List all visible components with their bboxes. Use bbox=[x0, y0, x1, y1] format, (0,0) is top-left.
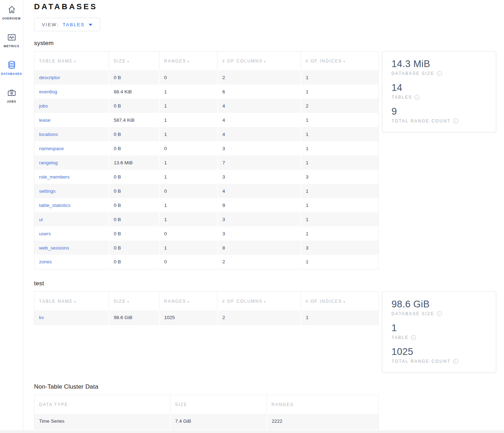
table-name-link[interactable]: ui bbox=[39, 217, 43, 222]
info-icon[interactable]: i bbox=[453, 359, 458, 364]
column-header[interactable]: SIZE▾ bbox=[109, 51, 159, 71]
table-cell: 0 B bbox=[109, 198, 159, 212]
view-dropdown[interactable]: VIEW: TABLES bbox=[34, 18, 100, 31]
database-summary-card: 98.6 GiBDATABASE SIZEi1TABLEi1025TOTAL R… bbox=[382, 291, 496, 373]
table-cell: 1 bbox=[301, 184, 379, 198]
non-table-section: Non-Table Cluster Data DATA TYPESIZERANG… bbox=[34, 383, 504, 429]
view-dropdown-label: VIEW: bbox=[42, 22, 59, 27]
summary-stat: 98.6 GiBDATABASE SIZEi bbox=[391, 299, 487, 316]
summary-stat: 14TABLESi bbox=[391, 82, 487, 100]
info-icon[interactable]: i bbox=[411, 335, 416, 340]
column-header[interactable]: # OF COLUMNS▾ bbox=[218, 51, 301, 71]
table-name-link[interactable]: table_statistics bbox=[39, 203, 71, 208]
table-cell: jobs bbox=[34, 99, 109, 113]
table-cell: users bbox=[34, 226, 109, 241]
sort-arrow-icon: ▾ bbox=[264, 60, 266, 63]
table-name-link[interactable]: descriptor bbox=[39, 75, 60, 80]
sidebar-item-databases[interactable]: DATABASES bbox=[0, 58, 23, 77]
table-name-link[interactable]: rangelog bbox=[39, 160, 58, 165]
table-row: lease587.4 KiB141 bbox=[34, 113, 379, 127]
table-cell: 1 bbox=[159, 155, 218, 170]
table-header-row: TABLE NAME▾SIZE▾RANGES▾# OF COLUMNS▾# OF… bbox=[34, 51, 379, 71]
stat-label: TABLESi bbox=[391, 95, 487, 100]
table-row: ui0 B131 bbox=[34, 212, 379, 226]
summary-stat: 1TABLEi bbox=[391, 323, 487, 340]
table-cell: 0 B bbox=[109, 70, 159, 84]
table-cell: 1 bbox=[301, 70, 379, 84]
metrics-icon bbox=[6, 32, 17, 43]
stat-label-text: DATABASE SIZE bbox=[391, 71, 434, 76]
column-header[interactable]: SIZE▾ bbox=[109, 291, 159, 311]
table-cell: 2 bbox=[218, 255, 301, 269]
table-cell: 1 bbox=[301, 84, 379, 99]
table-name-link[interactable]: web_sessions bbox=[39, 245, 69, 251]
stat-value: 1025 bbox=[391, 346, 487, 357]
table-cell: 2 bbox=[301, 99, 379, 113]
table-cell: 0 B bbox=[109, 141, 159, 155]
column-header-label: SIZE bbox=[114, 299, 126, 304]
table-cell: eventlog bbox=[34, 84, 109, 99]
table-row: locations0 B141 bbox=[34, 127, 379, 141]
stat-label: TOTAL RANGE COUNTi bbox=[391, 359, 487, 364]
table-cell: kv bbox=[34, 311, 109, 325]
table-cell: 0 B bbox=[109, 226, 159, 241]
data-table: TABLE NAME▾SIZE▾RANGES▾# OF COLUMNS▾# OF… bbox=[34, 291, 379, 325]
table-cell: 3 bbox=[218, 226, 301, 241]
summary-stat: 1025TOTAL RANGE COUNTi bbox=[391, 346, 487, 364]
info-icon[interactable]: i bbox=[437, 71, 442, 76]
table-name-link[interactable]: zones bbox=[39, 259, 52, 264]
column-header[interactable]: RANGES▾ bbox=[159, 291, 218, 311]
column-header[interactable]: # OF INDICES▾ bbox=[301, 51, 379, 71]
table-cell: 1 bbox=[301, 127, 379, 141]
table-cell: 13.6 MiB bbox=[109, 155, 159, 170]
stat-value: 98.6 GiB bbox=[391, 299, 487, 310]
page-title: DATABASES bbox=[34, 2, 504, 11]
section-title: Non-Table Cluster Data bbox=[34, 383, 504, 390]
table-cell: 1 bbox=[301, 226, 379, 241]
table-row: namespace0 B031 bbox=[34, 141, 379, 155]
stat-value: 14 bbox=[391, 82, 487, 93]
sidebar-item-overview[interactable]: OVERVIEW bbox=[0, 3, 23, 22]
table-cell: 3 bbox=[301, 241, 379, 255]
column-header[interactable]: TABLE NAME▾ bbox=[34, 291, 109, 311]
table-name-link[interactable]: eventlog bbox=[39, 89, 57, 94]
stat-label: DATABASE SIZEi bbox=[391, 71, 487, 76]
table-cell: 1 bbox=[159, 84, 218, 99]
table-cell: 0 bbox=[159, 226, 218, 241]
table-cell: zones bbox=[34, 255, 109, 269]
chevron-down-icon bbox=[89, 24, 92, 26]
table-cell: 1 bbox=[301, 212, 379, 226]
info-icon[interactable]: i bbox=[437, 311, 442, 316]
table-cell: rangelog bbox=[34, 155, 109, 170]
column-header[interactable]: TABLE NAME▾ bbox=[34, 51, 109, 71]
database-section-system: system TABLE NAME▾SIZE▾RANGES▾# OF COLUM… bbox=[34, 40, 504, 269]
table-name-link[interactable]: locations bbox=[39, 132, 58, 137]
table-cell: descriptor bbox=[34, 70, 109, 84]
stat-label-text: TOTAL RANGE COUNT bbox=[391, 359, 451, 364]
column-header[interactable]: # OF INDICES▾ bbox=[301, 291, 379, 311]
table-row: rangelog13.6 MiB171 bbox=[34, 155, 379, 170]
table-name-link[interactable]: namespace bbox=[39, 146, 64, 151]
data-table: DATA TYPESIZERANGESTime Series7.4 GiB222… bbox=[34, 395, 379, 429]
column-header-label: SIZE bbox=[175, 402, 187, 407]
column-header[interactable]: # OF COLUMNS▾ bbox=[218, 291, 301, 311]
info-icon[interactable]: i bbox=[453, 119, 458, 124]
table-name-link[interactable]: kv bbox=[39, 315, 44, 320]
sidebar-item-jobs[interactable]: JOBS bbox=[0, 86, 23, 105]
column-header[interactable]: RANGES▾ bbox=[159, 51, 218, 71]
table-row: table_statistics0 B191 bbox=[34, 198, 379, 212]
table-cell: 1 bbox=[159, 241, 218, 255]
table-row: jobs0 B142 bbox=[34, 99, 379, 113]
sidebar-item-metrics[interactable]: METRICS bbox=[0, 31, 23, 49]
info-icon[interactable]: i bbox=[415, 95, 420, 100]
table-name-link[interactable]: jobs bbox=[39, 103, 48, 109]
table-cell: 3 bbox=[218, 141, 301, 155]
sort-arrow-icon: ▾ bbox=[344, 300, 346, 303]
home-icon bbox=[6, 4, 17, 15]
table-name-link[interactable]: settings bbox=[39, 188, 56, 194]
table-name-link[interactable]: role_members bbox=[39, 174, 70, 180]
table-name-link[interactable]: users bbox=[39, 231, 51, 236]
tables-table: TABLE NAME▾SIZE▾RANGES▾# OF COLUMNS▾# OF… bbox=[34, 291, 378, 325]
table-name-link[interactable]: lease bbox=[39, 117, 50, 123]
column-header-label: # OF COLUMNS bbox=[222, 59, 263, 64]
